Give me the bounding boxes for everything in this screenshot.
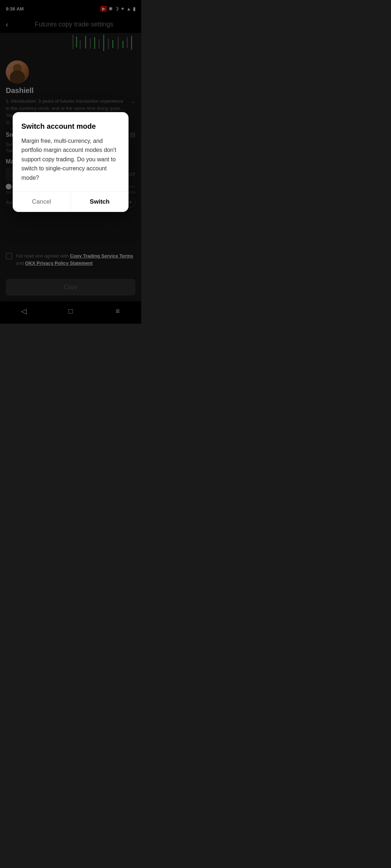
cancel-button[interactable]: Cancel: [13, 192, 71, 212]
modal-overlay: Switch account mode Margin free, multi-c…: [0, 0, 141, 324]
switch-account-modal: Switch account mode Margin free, multi-c…: [13, 112, 129, 212]
modal-title: Switch account mode: [21, 122, 120, 131]
modal-actions: Cancel Switch: [13, 191, 129, 212]
switch-button[interactable]: Switch: [71, 192, 129, 212]
modal-body: Margin free, multi-currency, and portfol…: [21, 136, 120, 183]
